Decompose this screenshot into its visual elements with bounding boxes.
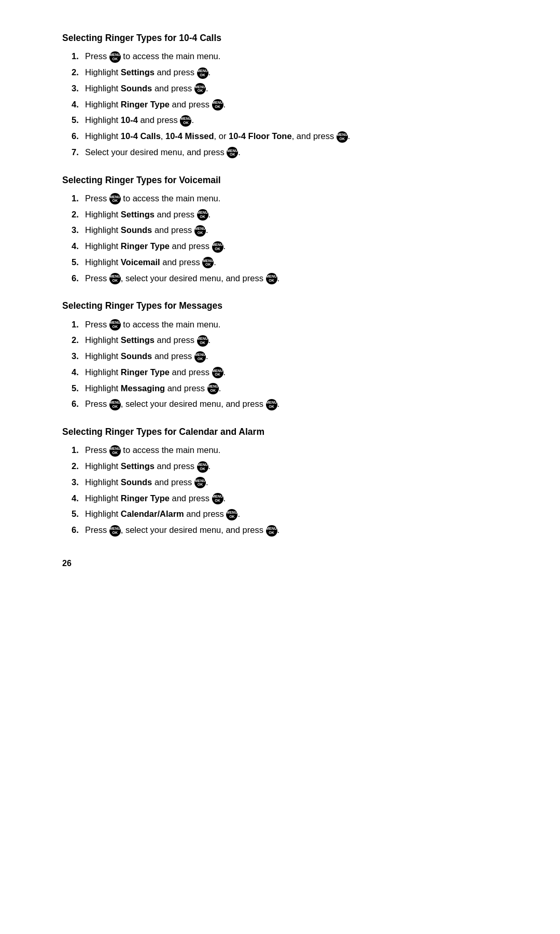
step-text: Highlight Ringer Type and press MENUOK. [85,492,498,505]
bold-text: Ringer Type [121,493,170,503]
page-content: Selecting Ringer Types for 10-4 Calls1.P… [62,31,498,537]
menu-ok-button-icon: MENUOK [109,399,121,410]
menu-ok-button-icon: MENUOK [207,383,219,394]
list-item: 2.Highlight Settings and press MENUOK. [72,334,498,347]
menu-ok-button-icon: MENUOK [212,367,223,378]
step-number: 2. [72,66,85,79]
list-item: 3.Highlight Sounds and press MENUOK. [72,82,498,95]
section-section-calendar-alarm: Selecting Ringer Types for Calendar and … [62,425,498,537]
bold-text: 10-4 Floor Tone [229,131,292,141]
page-number: 26 [62,557,498,570]
step-text: Highlight Ringer Type and press MENUOK. [85,98,498,111]
step-text: Press MENUOK to access the main menu. [85,192,498,205]
step-number: 6. [72,130,85,143]
list-item: 6.Press MENUOK, select your desired menu… [72,397,498,410]
menu-ok-button-icon: MENUOK [109,193,121,204]
section-title: Selecting Ringer Types for 10-4 Calls [62,31,498,45]
bold-text: Settings [121,335,155,345]
steps-list: 1.Press MENUOK to access the main menu.2… [72,50,498,158]
list-item: 6.Press MENUOK, select your desired menu… [72,524,498,537]
list-item: 4.Highlight Ringer Type and press MENUOK… [72,366,498,379]
menu-ok-button-icon: MENUOK [212,99,223,111]
bold-text: Ringer Type [121,100,170,109]
bold-text: 10-4 Calls [121,131,161,141]
step-text: Highlight Voicemail and press MENUOK. [85,256,498,269]
bold-text: Settings [121,210,155,219]
menu-ok-button-icon: MENUOK [212,493,223,504]
list-item: 2.Highlight Settings and press MENUOK. [72,208,498,221]
list-item: 3.Highlight Sounds and press MENUOK. [72,350,498,363]
section-title: Selecting Ringer Types for Voicemail [62,173,498,187]
step-text: Highlight Sounds and press MENUOK. [85,82,498,95]
step-number: 1. [72,192,85,205]
menu-ok-button-icon: MENUOK [197,209,208,221]
bold-text: Calendar/Alarm [121,509,184,518]
step-number: 4. [72,98,85,111]
menu-ok-button-icon: MENUOK [266,273,277,284]
menu-ok-button-icon: MENUOK [266,399,277,410]
bold-text: 10-4 Missed [165,131,214,141]
step-number: 5. [72,382,85,395]
bold-text: Sounds [121,351,152,361]
step-text: Highlight Sounds and press MENUOK. [85,476,498,489]
menu-ok-button-icon: MENUOK [227,147,238,158]
step-text: Press MENUOK, select your desired menu, … [85,272,498,285]
steps-list: 1.Press MENUOK to access the main menu.2… [72,192,498,285]
step-text: Press MENUOK, select your desired menu, … [85,524,498,537]
list-item: 5.Highlight Messaging and press MENUOK. [72,382,498,395]
menu-ok-button-icon: MENUOK [194,83,206,94]
list-item: 6.Press MENUOK, select your desired menu… [72,272,498,285]
list-item: 5.Highlight Calendar/Alarm and press MEN… [72,507,498,520]
menu-ok-button-icon: MENUOK [337,131,348,143]
menu-ok-button-icon: MENUOK [212,241,223,253]
bold-text: Sounds [121,477,152,487]
step-number: 4. [72,240,85,253]
bold-text: Settings [121,67,155,77]
bold-text: Messaging [121,383,165,393]
menu-ok-button-icon: MENUOK [197,67,208,79]
menu-ok-button-icon: MENUOK [180,115,191,127]
steps-list: 1.Press MENUOK to access the main menu.2… [72,444,498,537]
section-title: Selecting Ringer Types for Messages [62,299,498,312]
step-number: 3. [72,350,85,363]
step-number: 3. [72,82,85,95]
step-number: 4. [72,366,85,379]
step-text: Highlight 10-4 and press MENUOK. [85,114,498,127]
menu-ok-button-icon: MENUOK [266,525,277,537]
list-item: 2.Highlight Settings and press MENUOK. [72,66,498,79]
list-item: 4.Highlight Ringer Type and press MENUOK… [72,492,498,505]
section-section-10-4: Selecting Ringer Types for 10-4 Calls1.P… [62,31,498,159]
menu-ok-button-icon: MENUOK [109,51,121,63]
step-number: 5. [72,256,85,269]
bold-text: Settings [121,461,155,471]
step-text: Select your desired menu, and press MENU… [85,146,498,159]
step-text: Press MENUOK, select your desired menu, … [85,397,498,410]
menu-ok-button-icon: MENUOK [197,335,208,347]
step-number: 2. [72,208,85,221]
step-text: Highlight Ringer Type and press MENUOK. [85,366,498,379]
list-item: 6.Highlight 10-4 Calls, 10-4 Missed, or … [72,130,498,143]
menu-ok-button-icon: MENUOK [202,257,214,268]
step-text: Highlight Messaging and press MENUOK. [85,382,498,395]
menu-ok-button-icon: MENUOK [197,461,208,473]
step-text: Press MENUOK to access the main menu. [85,444,498,457]
step-number: 6. [72,397,85,410]
step-text: Highlight Settings and press MENUOK. [85,208,498,221]
step-text: Highlight Settings and press MENUOK. [85,334,498,347]
list-item: 1.Press MENUOK to access the main menu. [72,444,498,457]
list-item: 3.Highlight Sounds and press MENUOK. [72,224,498,237]
step-number: 6. [72,524,85,537]
step-text: Press MENUOK to access the main menu. [85,318,498,331]
step-text: Highlight Calendar/Alarm and press MENUO… [85,507,498,520]
step-number: 7. [72,146,85,159]
list-item: 4.Highlight Ringer Type and press MENUOK… [72,98,498,111]
menu-ok-button-icon: MENUOK [109,445,121,457]
list-item: 1.Press MENUOK to access the main menu. [72,318,498,331]
section-section-messages: Selecting Ringer Types for Messages1.Pre… [62,299,498,410]
list-item: 2.Highlight Settings and press MENUOK. [72,460,498,473]
list-item: 5.Highlight 10-4 and press MENUOK. [72,114,498,127]
list-item: 5.Highlight Voicemail and press MENUOK. [72,256,498,269]
steps-list: 1.Press MENUOK to access the main menu.2… [72,318,498,411]
menu-ok-button-icon: MENUOK [109,525,121,537]
step-number: 1. [72,444,85,457]
